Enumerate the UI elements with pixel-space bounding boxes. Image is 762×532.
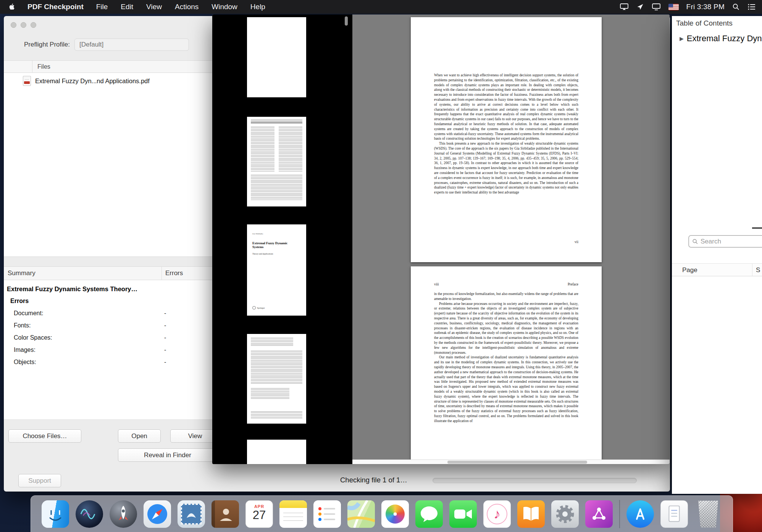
page-number: viii xyxy=(434,282,439,286)
menu-view[interactable]: View xyxy=(140,3,168,11)
springer-logo: Springer xyxy=(252,306,265,310)
itunes-icon[interactable]: ♪ xyxy=(483,500,511,528)
disclosure-triangle-icon[interactable]: ▶ xyxy=(680,35,684,42)
preflight-profile-select[interactable]: [Default] xyxy=(74,39,189,51)
table-of-contents-panel: Table of Contents ▶ Extremal Fuzzy Dynam… xyxy=(672,16,762,494)
siri-icon[interactable] xyxy=(76,500,103,528)
system-preferences-icon[interactable] xyxy=(551,500,579,528)
facetime-icon[interactable] xyxy=(449,500,477,528)
notes-icon[interactable] xyxy=(279,500,307,528)
spotlight-search-icon[interactable] xyxy=(732,3,740,11)
menu-clock[interactable]: Fri 3:38 PM xyxy=(686,3,725,11)
app-store-icon[interactable] xyxy=(626,500,654,528)
apple-menu[interactable] xyxy=(0,3,21,11)
error-value: - xyxy=(164,334,166,341)
preflight-profile-label: Preflight Profile: xyxy=(24,41,70,48)
toc-item[interactable]: ▶ Extremal Fuzzy Dynamic Systems xyxy=(680,34,762,44)
search-icon xyxy=(692,239,698,245)
zoom-button[interactable] xyxy=(31,22,36,28)
files-column-header[interactable]: Files xyxy=(37,63,50,70)
horizontal-scrollbar[interactable] xyxy=(352,459,670,464)
finder-icon[interactable] xyxy=(42,500,69,528)
menu-file[interactable]: File xyxy=(90,3,115,11)
page-thumbnail[interactable]: Gia Sirbiladze Extremal Fuzzy Dynamic Sy… xyxy=(247,224,306,316)
file-name[interactable]: Extremal Fuzzy Dyn...nd Applications.pdf xyxy=(35,77,150,85)
menu-help[interactable]: Help xyxy=(244,3,272,11)
notes-lines xyxy=(283,513,303,524)
status-text: Checking file 1 of 1… xyxy=(340,476,407,484)
open-button[interactable]: Open xyxy=(118,429,161,443)
notification-center-icon[interactable] xyxy=(747,3,756,11)
error-value: - xyxy=(164,310,166,317)
column-divider xyxy=(32,61,32,73)
error-label: Fonts: xyxy=(14,322,31,329)
errors-column-header[interactable]: Errors xyxy=(165,269,183,277)
page-column-header[interactable]: Page xyxy=(682,266,697,274)
pdf-file-icon xyxy=(23,76,31,86)
choose-files-button[interactable]: Choose Files… xyxy=(8,429,81,443)
thumbnail-text-lines xyxy=(251,120,302,124)
chapter-title: Preface xyxy=(568,282,578,286)
contacts-icon[interactable] xyxy=(211,500,239,528)
safari-icon[interactable] xyxy=(144,500,171,528)
error-label: Images: xyxy=(14,347,36,353)
location-arrow-icon[interactable] xyxy=(636,3,644,11)
page-vii-text: When we want to achieve high effectivene… xyxy=(434,73,578,239)
sidebar-scrollbar[interactable] xyxy=(345,16,348,26)
error-label: Color Spaces: xyxy=(14,334,52,341)
page-thumbnail[interactable] xyxy=(247,334,306,424)
ibooks-icon[interactable] xyxy=(517,500,545,528)
error-value: - xyxy=(164,359,166,366)
maps-icon[interactable] xyxy=(347,500,375,528)
display-mirroring-icon[interactable] xyxy=(620,3,629,11)
launchpad-icon[interactable] xyxy=(110,500,137,528)
thumbnail-text-lines xyxy=(251,388,289,400)
document-view[interactable]: When we want to achieve high effectivene… xyxy=(352,15,670,459)
summary-column-header[interactable]: Summary xyxy=(8,269,36,277)
external-display-icon[interactable] xyxy=(652,3,661,11)
close-button[interactable] xyxy=(11,22,16,28)
itunes-ring xyxy=(487,504,507,524)
error-value: - xyxy=(164,347,166,353)
network-app-icon[interactable] xyxy=(585,500,613,528)
minimize-button[interactable] xyxy=(21,22,26,28)
app-menu-title[interactable]: PDF Checkpoint xyxy=(21,3,90,11)
apple-logo-icon xyxy=(8,3,15,11)
dock-separator xyxy=(619,500,620,528)
page-number: vii xyxy=(575,240,578,244)
messages-icon[interactable] xyxy=(415,500,443,528)
trash-icon[interactable] xyxy=(694,500,722,528)
progress-bar xyxy=(433,478,637,483)
scrollbar-thumb[interactable] xyxy=(447,461,587,464)
thumbnail-text-lines xyxy=(251,338,293,347)
page-thumbnail[interactable] xyxy=(247,17,306,97)
menu-edit[interactable]: Edit xyxy=(114,3,140,11)
documents-icon[interactable] xyxy=(660,500,688,528)
menu-actions[interactable]: Actions xyxy=(168,3,205,11)
toc-title: Table of Contents xyxy=(676,19,733,27)
menu-window[interactable]: Window xyxy=(205,3,244,11)
support-button[interactable]: Support xyxy=(18,474,61,487)
calendar-month: APR xyxy=(246,504,273,509)
thumbnail-text-lines xyxy=(279,127,302,172)
page-vii: When we want to achieve high effectivene… xyxy=(411,17,602,262)
us-flag-icon[interactable] xyxy=(668,4,679,10)
page-thumbnail[interactable] xyxy=(247,440,306,464)
second-column-header[interactable]: S xyxy=(756,266,760,274)
photos-icon[interactable] xyxy=(381,500,409,528)
column-divider xyxy=(161,267,162,280)
paragraph: in the process of knowledge formalizatio… xyxy=(434,292,578,301)
page-thumbnail[interactable] xyxy=(247,117,306,206)
toc-search-field[interactable]: Search xyxy=(688,235,762,248)
reveal-in-finder-button[interactable]: Reveal in Finder xyxy=(118,448,217,462)
toc-item-label[interactable]: Extremal Fuzzy Dynamic Systems xyxy=(687,34,762,44)
errors-group-label: Errors xyxy=(10,298,29,305)
thumbnail-subtitle: Theory and Applications xyxy=(252,253,273,255)
calendar-icon[interactable]: APR 27 xyxy=(245,500,273,528)
reminders-icon[interactable] xyxy=(313,500,341,528)
paragraph: Problems arise because processes occurri… xyxy=(434,301,578,355)
thumbnail-text-lines xyxy=(251,351,302,384)
page-viii: viii Preface in the process of knowledge… xyxy=(411,266,602,459)
mail-icon[interactable] xyxy=(178,500,205,528)
preflight-row: Preflight Profile: [Default] xyxy=(24,38,189,51)
